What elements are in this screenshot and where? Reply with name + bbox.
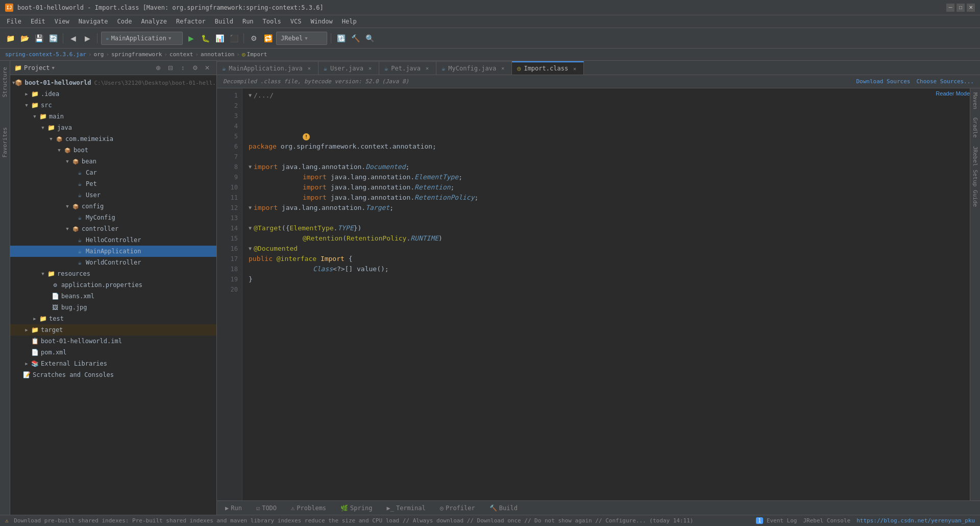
toolbar-open[interactable]: 📂 (18, 32, 31, 44)
jrebel-reload[interactable]: 🔁 (262, 32, 274, 44)
toolbar-new-project[interactable]: 📁 (4, 32, 16, 44)
code-editor[interactable]: Reader Mode ▼ /.../ ! (242, 88, 970, 500)
tab-import-class-close[interactable]: ✕ (571, 65, 578, 72)
tree-myconfig[interactable]: ☕ MyConfig (10, 212, 216, 223)
run-button[interactable]: ▶ (185, 32, 197, 44)
tree-root[interactable]: ▼ 📦 boot-01-helloworld C:\Users\32120\De… (10, 77, 216, 88)
bc-context[interactable]: context (169, 51, 193, 58)
favorites-tab[interactable]: Favorites (0, 123, 10, 162)
tree-target[interactable]: ▶ 📁 target (10, 324, 216, 336)
project-sort-btn[interactable]: ↕ (178, 63, 188, 73)
tree-src[interactable]: ▼ 📁 src (10, 100, 216, 111)
tab-main-app-close[interactable]: ✕ (306, 65, 313, 72)
download-sources-link[interactable]: Download Sources (856, 78, 910, 85)
right-tab-jrebel[interactable]: JRebel Setup Guide (970, 142, 980, 211)
menu-refactor[interactable]: Refactor (172, 16, 210, 27)
project-locate-btn[interactable]: ⊕ (153, 63, 163, 73)
run-with-coverage[interactable]: 📊 (213, 32, 226, 44)
menu-file[interactable]: File (3, 16, 26, 27)
tree-external-libs[interactable]: ▶ 📚 External Libraries (10, 358, 216, 369)
menu-run[interactable]: Run (238, 16, 258, 27)
tab-user-java[interactable]: ☕ User.java ✕ (318, 61, 379, 75)
bottom-terminal-btn[interactable]: ▶_ Terminal (383, 501, 428, 515)
tree-bug-jpg[interactable]: 🖼 bug.jpg (10, 302, 216, 313)
close-button[interactable]: ✕ (967, 4, 975, 12)
toolbar-search[interactable]: 🔍 (363, 32, 376, 44)
tree-user[interactable]: ☕ User (10, 189, 216, 201)
menu-window[interactable]: Window (306, 16, 336, 27)
right-tab-gradle[interactable]: Gradle (970, 113, 980, 142)
minimize-button[interactable]: ─ (946, 4, 954, 12)
maximize-button[interactable]: □ (957, 4, 965, 12)
tree-boot-iml[interactable]: 📋 boot-01-helloworld.iml (10, 336, 216, 347)
tab-pet-java-close[interactable]: ✕ (424, 65, 431, 72)
tree-com-meimeixia[interactable]: ▼ 📦 com.meimeixia (10, 133, 216, 145)
bottom-run-btn[interactable]: ▶ Run (222, 501, 245, 515)
bottom-build-btn[interactable]: 🔨 Build (486, 501, 521, 515)
fold-icon-16[interactable]: ▼ (249, 244, 252, 254)
status-url[interactable]: https://blog.csdn.net/yerenyuan_pku (856, 517, 975, 524)
project-close-btn[interactable]: ✕ (202, 63, 212, 73)
jrebel-settings[interactable]: ⚙ (248, 32, 260, 44)
menu-vcs[interactable]: VCS (286, 16, 306, 27)
debug-button[interactable]: 🐛 (199, 32, 211, 44)
tree-car[interactable]: ☕ Car (10, 167, 216, 178)
tree-pom-xml[interactable]: 📄 pom.xml (10, 347, 216, 358)
bottom-profiler-btn[interactable]: ◎ Profiler (437, 501, 478, 515)
project-settings-btn[interactable]: ⚙ (190, 63, 200, 73)
bottom-todo-btn[interactable]: ☑ TODO (253, 501, 280, 515)
tree-worldcontroller[interactable]: ☕ WorldController (10, 257, 216, 268)
tree-pet[interactable]: ☕ Pet (10, 178, 216, 189)
jrebel-console-btn[interactable]: JRebel Console (803, 517, 850, 524)
tree-controller[interactable]: ▼ 📦 controller (10, 223, 216, 234)
toolbar-sync[interactable]: 🔄 (47, 32, 59, 44)
tree-main[interactable]: ▼ 📁 main (10, 111, 216, 122)
tree-mainapplication[interactable]: ☕ MainApplication (10, 246, 216, 257)
menu-edit[interactable]: Edit (27, 16, 50, 27)
tab-pet-java[interactable]: ☕ Pet.java ✕ (379, 61, 436, 75)
menu-build[interactable]: Build (211, 16, 237, 27)
bottom-spring-btn[interactable]: 🌿 Spring (337, 501, 375, 515)
toolbar-hammer[interactable]: 🔨 (349, 32, 361, 44)
fold-icon-12[interactable]: ▼ (249, 203, 252, 213)
tree-scratches[interactable]: 📝 Scratches and Consoles (10, 369, 216, 380)
tree-config[interactable]: ▼ 📦 config (10, 201, 216, 212)
tree-test[interactable]: ▶ 📁 test (10, 313, 216, 324)
toolbar-forward[interactable]: ▶ (81, 32, 93, 44)
menu-tools[interactable]: Tools (259, 16, 285, 27)
tree-idea[interactable]: ▶ 📁 .idea (10, 88, 216, 100)
bottom-problems-btn[interactable]: ⚠ Problems (288, 501, 329, 515)
project-dropdown-icon[interactable]: ▼ (52, 65, 55, 70)
choose-sources-link[interactable]: Choose Sources... (916, 78, 974, 85)
stop-button[interactable]: ⬛ (228, 32, 240, 44)
project-collapse-btn[interactable]: ⊟ (165, 63, 176, 73)
menu-code[interactable]: Code (113, 16, 136, 27)
tree-bean[interactable]: ▼ 📦 bean (10, 156, 216, 167)
fold-icon-14[interactable]: ▼ (249, 223, 252, 233)
tab-main-app[interactable]: ☕ MainApplication.java ✕ (217, 61, 318, 75)
jrebel-dropdown[interactable]: JRebel ▼ (276, 32, 327, 45)
fold-icon-8[interactable]: ▼ (249, 162, 252, 172)
tree-resources[interactable]: ▼ 📁 resources (10, 268, 216, 279)
tree-hellocontroller[interactable]: ☕ HelloController (10, 234, 216, 246)
tab-import-class[interactable]: ◎ Import.class ✕ (512, 61, 584, 75)
tree-app-props[interactable]: ⚙ application.properties (10, 279, 216, 291)
fold-icon-1[interactable]: ▼ (249, 90, 252, 101)
toolbar-save[interactable]: 💾 (33, 32, 45, 44)
right-tab-maven[interactable]: Maven (970, 88, 980, 113)
tab-myconfig-java[interactable]: ☕ MyConfig.java ✕ (436, 61, 512, 75)
menu-analyze[interactable]: Analyze (137, 16, 171, 27)
tab-user-java-close[interactable]: ✕ (366, 65, 374, 72)
event-log-btn[interactable]: 1 Event Log (756, 517, 797, 524)
tree-boot[interactable]: ▼ 📦 boot (10, 145, 216, 156)
bc-org[interactable]: org (94, 51, 104, 58)
toolbar-update[interactable]: 🔃 (335, 32, 347, 44)
tree-beans-xml[interactable]: 📄 beans.xml (10, 291, 216, 302)
window-controls[interactable]: ─ □ ✕ (946, 4, 975, 12)
tab-myconfig-java-close[interactable]: ✕ (499, 65, 506, 72)
menu-help[interactable]: Help (338, 16, 361, 27)
bc-spring-context[interactable]: spring-context-5.3.6.jar (5, 51, 86, 58)
bc-annotation[interactable]: annotation (201, 51, 234, 58)
menu-view[interactable]: View (51, 16, 74, 27)
reader-mode-button[interactable]: Reader Mode (936, 90, 970, 97)
